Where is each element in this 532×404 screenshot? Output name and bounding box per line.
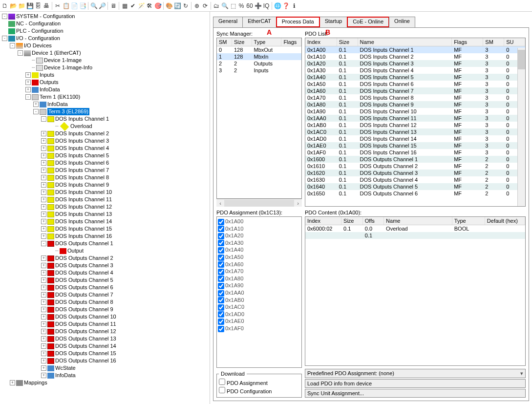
tree-item[interactable]: +InfoData [32, 101, 209, 108]
find-icon[interactable]: 🔍 [90, 2, 98, 10]
assign-item[interactable]: 0x1A80 [218, 275, 300, 282]
table-row[interactable]: 0x16500.1DOS Outputs Channel 6MF20 [305, 190, 525, 197]
expand-icon[interactable]: + [41, 255, 46, 261]
col-header[interactable]: Flags [281, 38, 301, 46]
tree-item[interactable]: +DOS Outputs Channel 14 [40, 342, 209, 350]
col-header[interactable]: Name [384, 217, 452, 225]
tree-item[interactable]: +DOS Inputs Channel 10 [40, 189, 209, 196]
expand-icon[interactable]: + [41, 131, 46, 136]
tree-item[interactable]: -DOS Outputs Channel 1 [40, 240, 209, 247]
pdo-content-grid[interactable]: IndexSizeOffsNameTypeDefault (hex)0x6000… [305, 216, 526, 366]
assign-item[interactable]: 0x1A60 [218, 261, 300, 268]
expand-icon[interactable]: + [41, 314, 46, 319]
expand-icon[interactable]: - [10, 43, 15, 48]
assign-checkbox[interactable] [218, 304, 224, 311]
expand-icon[interactable]: + [10, 380, 15, 385]
help-icon[interactable]: ❓ [282, 2, 290, 10]
load-pdo-button[interactable]: Load PDO info from device [305, 379, 526, 388]
table-row[interactable]: 0x1A100.1DOS Inputs Channel 2MF30 [305, 53, 525, 60]
expand-icon[interactable]: + [25, 87, 31, 92]
free-run-icon[interactable]: ⟳ [201, 2, 209, 10]
expand-icon[interactable]: + [41, 263, 46, 268]
download-option[interactable]: PDO Configuration [219, 387, 299, 395]
tree-item[interactable]: -Device 1 (EtherCAT) [17, 49, 209, 57]
col-header[interactable]: Size [337, 38, 358, 46]
assign-item[interactable]: 0x1A30 [218, 239, 300, 247]
col-header[interactable]: Type [452, 217, 485, 225]
tree-item[interactable]: +DOS Inputs Channel 16 [40, 233, 209, 240]
copy-icon[interactable]: 📋 [62, 2, 70, 10]
check-icon[interactable]: ✔ [129, 2, 137, 10]
assign-checkbox[interactable] [218, 290, 224, 297]
expand-icon[interactable]: + [41, 190, 46, 195]
table-row[interactable]: 0x16100.1DOS Outputs Channel 2MF20 [305, 163, 525, 170]
assign-item[interactable]: 0x1A40 [218, 246, 300, 254]
tree-item[interactable]: -Term 3 (EL2869) [32, 108, 209, 115]
assign-checkbox[interactable] [218, 326, 224, 332]
tree-item[interactable]: ┄Overload [48, 123, 209, 130]
expand-icon[interactable]: + [41, 292, 46, 298]
expand-icon[interactable]: + [41, 212, 46, 217]
table-row[interactable]: 0x1AE00.1DOS Inputs Channel 15MF30 [305, 142, 525, 149]
wizard-icon[interactable]: 🪄 [137, 2, 145, 10]
about-icon[interactable]: ℹ [290, 2, 298, 10]
tree-item[interactable]: +Mappings [9, 379, 209, 386]
tree-icon[interactable]: 🗂 [213, 2, 220, 10]
tree-item[interactable]: ┄Device 1-Image [24, 57, 209, 64]
assign-checkbox[interactable] [218, 233, 224, 239]
assign-item[interactable]: 0x1A90 [218, 282, 300, 289]
expand-icon[interactable]: + [41, 168, 46, 173]
tree-item[interactable]: +DOS Outputs Channel 6 [40, 284, 209, 291]
tree-item[interactable]: NC - Configuration [1, 20, 209, 27]
tree-item[interactable]: +DOS Outputs Channel 16 [40, 357, 209, 364]
tree-item[interactable]: +DOS Outputs Channel 7 [40, 291, 209, 298]
expand-icon[interactable]: + [41, 358, 46, 363]
tree-item[interactable]: +InfoData [40, 372, 209, 379]
assign-item[interactable]: 0x1AC0 [218, 303, 300, 311]
save-all-icon[interactable]: 🗄 [34, 2, 42, 10]
table-row[interactable]: 0x1A400.1DOS Inputs Channel 5MF30 [305, 74, 525, 81]
expand-icon[interactable]: + [41, 351, 46, 356]
col-header[interactable]: SU [504, 38, 525, 46]
expand-icon[interactable]: + [33, 102, 39, 107]
expand-icon[interactable]: + [41, 175, 46, 180]
tree-item[interactable]: ┄Output [48, 247, 209, 255]
table-row[interactable]: 0x16000.1DOS Outputs Channel 1MF20 [305, 156, 525, 163]
download-checkbox[interactable] [219, 387, 225, 393]
tree-item[interactable]: +WcState [40, 364, 209, 372]
tree-item[interactable]: +DOS Outputs Channel 13 [40, 335, 209, 342]
expand-icon[interactable]: - [41, 116, 46, 122]
col-header[interactable]: Index [305, 38, 337, 46]
expand-icon[interactable]: + [41, 270, 46, 276]
sm-hscroll[interactable]: ‹› [216, 199, 302, 207]
tree-item[interactable]: +DOS Outputs Channel 11 [40, 320, 209, 328]
assign-checkbox[interactable] [218, 319, 224, 325]
table-row[interactable]: 0x16200.1DOS Outputs Channel 3MF20 [305, 170, 525, 176]
tree-item[interactable]: +Outputs [24, 79, 209, 86]
tree-item[interactable]: +DOS Inputs Channel 3 [40, 137, 209, 145]
assign-checkbox[interactable] [218, 247, 224, 254]
table-row[interactable]: 0x1A300.1DOS Inputs Channel 4MF30 [305, 67, 525, 74]
assign-checkbox[interactable] [218, 219, 224, 225]
tree-item[interactable]: +DOS Outputs Channel 5 [40, 276, 209, 284]
predefined-pdo-button[interactable]: Predefined PDO Assignment: (none) [305, 369, 526, 378]
expand-icon[interactable]: + [41, 285, 46, 290]
tree-item[interactable]: +DOS Inputs Channel 5 [40, 152, 209, 159]
tree-item[interactable]: +DOS Outputs Channel 3 [40, 262, 209, 269]
col-header[interactable]: Offs [362, 217, 383, 225]
table-row[interactable]: 0x1A000.1DOS Inputs Channel 1MF30 [305, 46, 525, 54]
tree-item[interactable]: +DOS Outputs Channel 8 [40, 298, 209, 306]
tree-item[interactable]: +DOS Inputs Channel 6 [40, 159, 209, 167]
tree-item[interactable]: +DOS Outputs Channel 9 [40, 306, 209, 313]
table-row[interactable]: 0x1AA00.1DOS Inputs Channel 11MF30 [305, 115, 525, 122]
table-row[interactable]: 0x1AB00.1DOS Inputs Channel 12MF30 [305, 122, 525, 128]
open-folder-icon[interactable]: 📁 [18, 2, 25, 10]
tab-general[interactable]: General [213, 17, 243, 27]
expand-icon[interactable]: - [41, 241, 46, 246]
table-row[interactable]: 32Inputs [217, 67, 301, 74]
assign-item[interactable]: 0x1AF0 [218, 325, 300, 332]
tab-ethercat[interactable]: EtherCAT [242, 17, 276, 27]
plus-icon[interactable]: ➕ [254, 2, 262, 10]
tree-item[interactable]: -I/O Devices [9, 42, 209, 49]
col-header[interactable]: Size [341, 217, 363, 225]
